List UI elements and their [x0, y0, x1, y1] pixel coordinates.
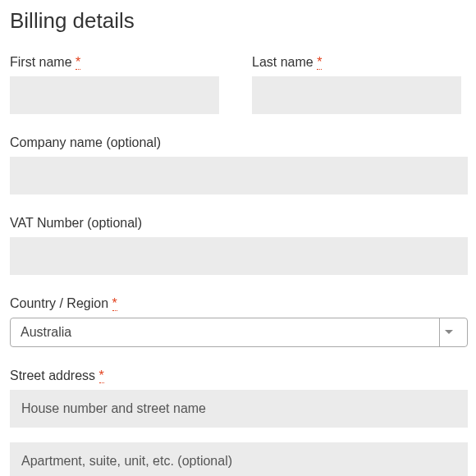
street2-input[interactable] [10, 442, 468, 476]
street-input[interactable] [10, 390, 468, 428]
country-select[interactable]: Australia [10, 318, 468, 347]
last-name-input[interactable] [252, 76, 461, 114]
chevron-down-icon [439, 318, 457, 346]
first-name-label: First name * [10, 55, 219, 70]
required-mark: * [76, 55, 80, 70]
required-mark: * [317, 55, 322, 70]
vat-label: VAT Number (optional) [10, 216, 468, 231]
last-name-label: Last name * [252, 55, 461, 70]
company-input[interactable] [10, 157, 468, 195]
page-title: Billing details [10, 8, 468, 34]
first-name-input[interactable] [10, 76, 219, 114]
country-select-value: Australia [21, 325, 439, 340]
country-label: Country / Region * [10, 296, 468, 311]
company-label: Company name (optional) [10, 135, 468, 150]
required-mark: * [99, 368, 104, 383]
street-label: Street address * [10, 368, 468, 383]
required-mark: * [112, 296, 117, 311]
vat-input[interactable] [10, 237, 468, 275]
